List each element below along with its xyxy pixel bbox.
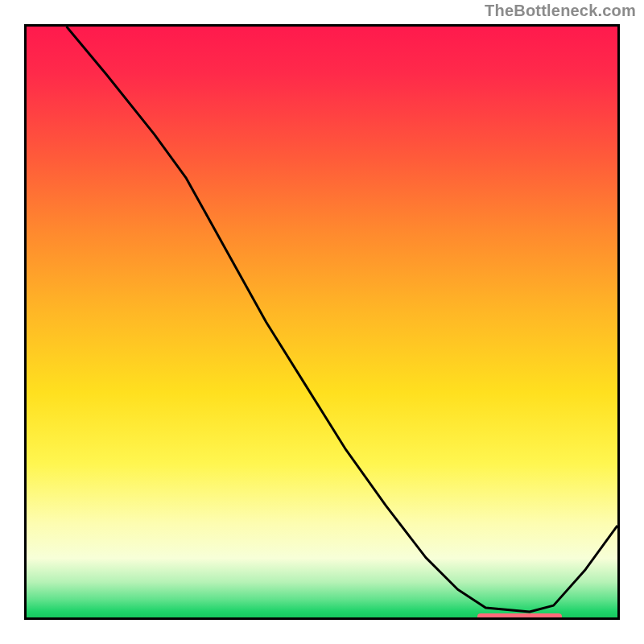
- chart-curve: [27, 27, 617, 617]
- curve-path: [67, 27, 617, 612]
- chart-area: [24, 24, 620, 620]
- optimal-region-marker: [477, 613, 562, 620]
- attribution-link[interactable]: TheBottleneck.com: [485, 2, 636, 20]
